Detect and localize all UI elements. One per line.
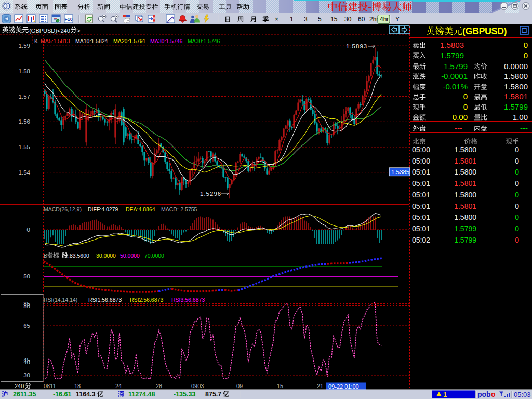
svg-text:0: 0 — [515, 236, 519, 244]
svg-text:5: 5 — [318, 16, 322, 23]
svg-text:70.0000: 70.0000 — [144, 252, 164, 259]
svg-text:05:01: 05:01 — [412, 213, 430, 221]
svg-text:3: 3 — [304, 16, 308, 23]
svg-text:30.0000: 30.0000 — [96, 252, 116, 259]
svg-text:-135.33: -135.33 — [174, 391, 195, 398]
svg-text:(GBPUSD)<240: (GBPUSD)<240 — [29, 28, 70, 34]
svg-text:4hr: 4hr — [380, 16, 389, 23]
svg-text:0: 0 — [515, 168, 519, 176]
svg-text:0: 0 — [515, 224, 519, 233]
svg-text:1: 1 — [290, 16, 294, 23]
svg-text:28: 28 — [156, 383, 162, 389]
svg-text:RSI3:56.6873: RSI3:56.6873 — [171, 297, 205, 303]
svg-text:15: 15 — [277, 383, 283, 389]
svg-text:1.5799: 1.5799 — [454, 236, 476, 244]
svg-text:21: 21 — [317, 383, 323, 389]
svg-text:DIFF:4.0279: DIFF:4.0279 — [88, 206, 118, 212]
svg-text:09: 09 — [236, 383, 243, 389]
svg-text:0: 0 — [515, 157, 519, 165]
svg-text:30: 30 — [344, 16, 352, 23]
svg-text:1.54: 1.54 — [19, 169, 31, 176]
svg-text:05:01: 05:01 — [412, 224, 430, 233]
svg-text:MACD(26,12,9): MACD(26,12,9) — [44, 206, 82, 212]
svg-text:05:00: 05:00 — [412, 145, 430, 154]
svg-text:1.5803: 1.5803 — [440, 41, 464, 49]
svg-text:1.5801: 1.5801 — [454, 157, 476, 165]
svg-text:---: --- — [455, 124, 462, 132]
svg-text:05:03: 05:03 — [514, 391, 531, 398]
svg-text:2hr: 2hr — [369, 16, 378, 23]
svg-text:0: 0 — [515, 145, 519, 154]
svg-text:05:01: 05:01 — [412, 191, 430, 199]
svg-text:0903: 0903 — [191, 383, 204, 389]
svg-text:F10: F10 — [64, 17, 73, 22]
svg-text:1.5800: 1.5800 — [454, 145, 476, 154]
svg-text:0: 0 — [515, 179, 519, 188]
svg-text:MA30:1.5746: MA30:1.5746 — [150, 38, 183, 44]
svg-text:0: 0 — [515, 202, 519, 210]
svg-text:1.5801: 1.5801 — [454, 202, 476, 210]
svg-text:0: 0 — [463, 102, 468, 111]
svg-text:1.5296: 1.5296 — [200, 191, 221, 197]
svg-text:-16.61: -16.61 — [53, 391, 71, 398]
svg-text:1.5799: 1.5799 — [454, 224, 476, 233]
svg-text:05:01: 05:01 — [412, 179, 430, 188]
svg-text:1.5800: 1.5800 — [504, 72, 528, 81]
svg-text:1.55: 1.55 — [19, 144, 30, 150]
svg-text:Y: Y — [395, 16, 400, 23]
svg-text:0: 0 — [524, 41, 528, 49]
svg-text:×: × — [275, 16, 278, 23]
svg-text:18: 18 — [74, 383, 81, 389]
svg-text:MA30:1.5746: MA30:1.5746 — [188, 38, 220, 44]
svg-text:1.5799: 1.5799 — [444, 62, 468, 71]
svg-text:0: 0 — [463, 92, 468, 101]
svg-text:05:00: 05:00 — [412, 157, 430, 165]
svg-text:1.5799: 1.5799 — [504, 102, 528, 111]
svg-text:1.5801: 1.5801 — [504, 92, 528, 101]
svg-text:1.5800: 1.5800 — [454, 168, 476, 176]
svg-text::83.5600: :83.5600 — [68, 252, 89, 259]
svg-text:40: 40 — [23, 359, 30, 365]
svg-text:15: 15 — [330, 16, 338, 23]
svg-text:1164.3: 1164.3 — [76, 391, 96, 398]
svg-text:05:02: 05:02 — [412, 236, 430, 244]
svg-text:K: K — [34, 38, 38, 44]
svg-text:RSI2:56.6873: RSI2:56.6873 — [130, 297, 163, 303]
svg-text:MA20:1.5791: MA20:1.5791 — [113, 38, 146, 44]
svg-text:MA5:1.5813: MA5:1.5813 — [41, 38, 70, 44]
svg-text:MACD:-2.5755: MACD:-2.5755 — [161, 206, 197, 212]
svg-text:60: 60 — [358, 16, 365, 23]
svg-text:DEA:4.8864: DEA:4.8864 — [126, 206, 155, 212]
svg-text:0.00: 0.00 — [453, 113, 468, 122]
svg-text:---: --- — [520, 124, 528, 132]
svg-text:B: B — [44, 252, 47, 259]
svg-text:1.00: 1.00 — [513, 113, 528, 122]
svg-text:MA10:1.5824: MA10:1.5824 — [75, 38, 108, 44]
svg-text:-0.01%: -0.01% — [443, 82, 468, 91]
svg-text:1.5800: 1.5800 — [504, 82, 528, 91]
svg-text:1.58: 1.58 — [19, 68, 30, 74]
svg-text:1.5800: 1.5800 — [454, 213, 476, 221]
svg-text:1.5385: 1.5385 — [391, 169, 409, 175]
svg-text:50: 50 — [23, 273, 30, 280]
svg-text:875.7: 875.7 — [205, 391, 221, 398]
svg-text:05:01: 05:01 — [412, 202, 430, 210]
svg-text:>: > — [77, 28, 80, 34]
svg-text:65: 65 — [23, 323, 30, 329]
svg-text:05:01: 05:01 — [412, 168, 430, 176]
svg-text:1: 1 — [443, 391, 447, 398]
svg-text:1.56: 1.56 — [19, 118, 30, 125]
svg-text:1.5800: 1.5800 — [454, 191, 476, 199]
svg-text:09-22 01:00: 09-22 01:00 — [328, 383, 359, 390]
svg-text:50.0000: 50.0000 — [120, 252, 140, 259]
svg-text:1.57: 1.57 — [19, 94, 30, 100]
svg-text:0: 0 — [515, 191, 519, 199]
svg-text:RSI(14,14,14): RSI(14,14,14) — [44, 297, 77, 303]
svg-text:RSI1:56.6873: RSI1:56.6873 — [88, 297, 122, 303]
svg-text:80: 80 — [23, 303, 30, 309]
svg-text:11274.48: 11274.48 — [128, 391, 155, 398]
svg-text:-0.0001: -0.0001 — [441, 72, 468, 81]
svg-text:1.5801: 1.5801 — [454, 179, 476, 188]
svg-text:0: 0 — [524, 51, 528, 60]
svg-text:pob: pob — [477, 390, 491, 398]
